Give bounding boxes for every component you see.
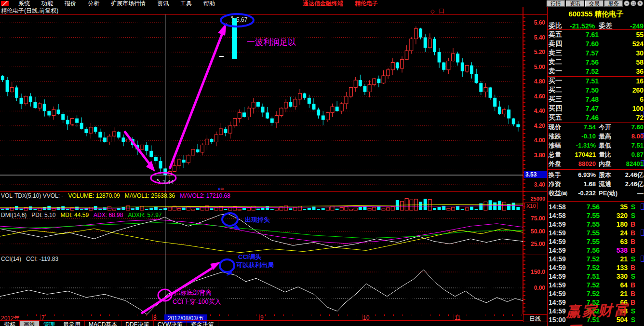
dmi-turn-circle — [222, 213, 238, 226]
info-value: 0.87 — [619, 151, 644, 158]
candle — [201, 143, 204, 156]
toolbar-button-服务[interactable]: 服务 — [604, 0, 623, 7]
candles-layer — [1, 27, 520, 182]
candle — [98, 129, 102, 142]
candle — [33, 97, 37, 109]
close-button[interactable]: × — [637, 0, 643, 6]
panel-edge-marker[interactable] — [641, 160, 644, 166]
month-separator — [454, 314, 454, 320]
tape-time: 14:59 — [549, 220, 570, 228]
panel-divider — [548, 169, 644, 170]
weibi-value: -21.52% — [570, 22, 595, 30]
price-tick-label: 3.40 — [534, 181, 545, 188]
tape-volume: 24 — [600, 229, 628, 237]
tab-资金决策[interactable]: 资金决策 — [187, 321, 218, 326]
buy-volume: 6 — [599, 95, 644, 103]
candle — [451, 48, 455, 62]
candle — [289, 97, 292, 108]
tape-side: B — [628, 264, 635, 272]
candle — [428, 33, 431, 48]
tab-DDE决策[interactable]: DDE决策 — [121, 321, 153, 326]
dmi-tick-label: 25.00 — [531, 241, 545, 247]
info-label: 换手 — [549, 171, 571, 179]
candle — [294, 97, 297, 110]
candle — [224, 127, 227, 136]
info-value: -0.232 — [571, 190, 596, 197]
panel-edge-marker[interactable] — [641, 111, 644, 117]
candle — [438, 48, 441, 68]
candle — [89, 123, 93, 138]
dmi-tick-label: 75.00 — [531, 215, 545, 222]
indicator-header-segment: MAVOL2: 17210.68 — [180, 192, 230, 199]
info-label: 净资 — [549, 180, 571, 189]
sell-price: 7.60 — [570, 40, 599, 48]
info-row: 现价7.54今开7.60 — [549, 122, 644, 132]
candle — [38, 102, 41, 111]
sell-row-4: 卖四7.60524 — [549, 39, 644, 48]
month-separator — [152, 314, 153, 320]
weibi-label: 委比 — [549, 22, 570, 30]
cursor-icon: ↖ — [156, 177, 161, 184]
volume-axis-max: 25000 — [530, 196, 545, 202]
info-label: 流通 — [599, 180, 619, 189]
dmi-mdi-line — [0, 229, 523, 252]
tab-指标[interactable]: 指标 — [0, 321, 20, 326]
candle — [71, 118, 74, 126]
crosshair-price-box: 3.53 — [524, 171, 547, 178]
dmi-tick-label: 50.00 — [531, 228, 545, 235]
tape-price: 7.56 — [570, 246, 600, 254]
info-label: PE(动) — [599, 189, 619, 198]
info-label: 总量 — [549, 150, 571, 159]
candle — [187, 154, 190, 164]
chart-canvas[interactable] — [0, 0, 523, 326]
candle — [507, 105, 510, 123]
buy-volume: 260 — [599, 86, 644, 94]
candle — [461, 58, 464, 77]
scroll-marker-icon[interactable]: »» — [218, 186, 224, 191]
candle — [256, 101, 260, 109]
candle — [391, 58, 394, 75]
panel-edge-marker[interactable] — [641, 204, 644, 210]
tab-MACD基本[interactable]: MACD基本 — [85, 321, 121, 326]
dmi-indicator-header: DMI(14,6)PDI: 5.10MDI: 44.59ADX: 68.98AD… — [1, 212, 162, 218]
candle — [57, 104, 60, 115]
quote-panel: 600355 精伦电子 委比-21.52%委差-249卖五7.6155卖四7.6… — [547, 7, 644, 326]
info-value: 7.54 — [571, 123, 596, 131]
candle — [149, 145, 153, 157]
info-row: 收益㈣-0.232PE(动)— — [549, 189, 644, 198]
tab-画线[interactable]: 画线 — [20, 321, 40, 326]
candle — [66, 116, 69, 130]
axis-divider — [523, 211, 548, 211]
toolbar-button-资讯[interactable]: 资讯 — [566, 0, 584, 7]
tab-管理[interactable]: 管理 — [40, 321, 59, 326]
toolbar-button-行情[interactable]: 行情 — [547, 0, 565, 7]
minimize-button[interactable]: － — [624, 0, 630, 6]
candle — [322, 111, 325, 125]
panel-edge-marker[interactable] — [641, 230, 644, 236]
info-value: -1.31% — [571, 142, 596, 149]
maximize-button[interactable]: □ — [631, 0, 636, 6]
sell-volume: 55 — [599, 31, 644, 39]
price-tick-label: 4.60 — [534, 93, 545, 100]
price-axis: 5.605.405.205.004.804.604.404.204.003.80… — [523, 7, 547, 320]
tape-row: 14:597.5221B — [549, 289, 642, 298]
tab-最常用[interactable]: 最常用 — [59, 321, 85, 326]
candle — [196, 144, 200, 153]
panel-edge-marker[interactable] — [641, 133, 644, 139]
tape-price: 7.55 — [570, 220, 600, 228]
panel-edge-marker[interactable] — [641, 256, 644, 262]
candle — [447, 58, 450, 74]
candle — [159, 157, 162, 174]
sell-row-5: 卖五7.6155 — [549, 30, 644, 39]
tape-price: 7.55 — [570, 212, 600, 219]
candle — [442, 62, 445, 72]
candle — [43, 99, 46, 116]
candle — [479, 81, 483, 95]
tab-CYW决策[interactable]: CYW决策 — [154, 321, 187, 326]
toolbar-button-交易[interactable]: 交易 — [585, 0, 604, 7]
candle — [317, 108, 320, 119]
panel-divider — [548, 7, 644, 7]
indicator-header-segment: PDI: 5.10 — [31, 212, 55, 218]
tape-row: 14:597.5221S — [549, 255, 642, 263]
info-label: 涨跌 — [549, 132, 571, 141]
